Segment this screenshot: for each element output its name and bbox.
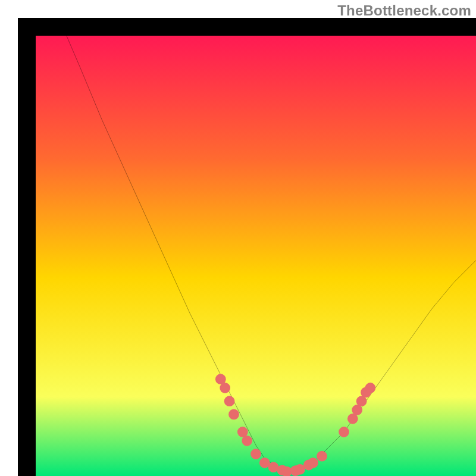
curve-marker <box>242 436 252 446</box>
curve-marker <box>317 451 327 462</box>
gradient-background <box>36 36 476 476</box>
curve-marker <box>220 383 230 393</box>
watermark-text: TheBottleneck.com <box>337 2 471 19</box>
curve-marker <box>339 427 349 437</box>
plot-frame <box>18 18 476 476</box>
curve-marker <box>228 409 239 420</box>
curve-marker <box>250 449 261 459</box>
bottleneck-chart: TheBottleneck.com <box>0 0 476 476</box>
curve-marker <box>224 396 235 406</box>
curve-marker <box>365 383 376 393</box>
curve-marker <box>308 458 318 468</box>
gradient-rect <box>36 36 476 476</box>
plot-area <box>36 36 476 476</box>
